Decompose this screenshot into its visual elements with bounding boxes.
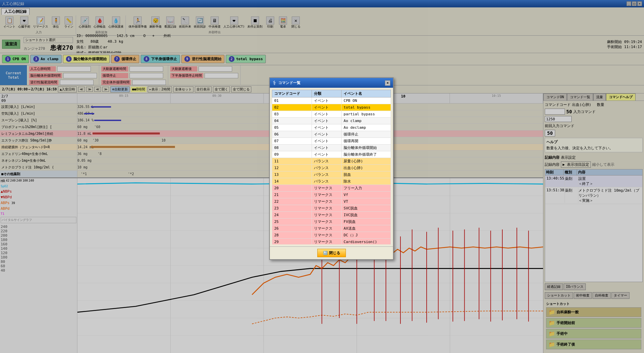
cell-name-4: Ao declamp bbox=[342, 124, 391, 131]
cell-name-0: CPB ON bbox=[342, 97, 391, 104]
dialog-icon: ⚕ bbox=[273, 79, 276, 86]
cell-name-9: 尿量(心肺) bbox=[342, 158, 391, 165]
dialog-row-17[interactable]: 24 リマークス IVC脱血 bbox=[272, 212, 391, 219]
dialog-row-2[interactable]: 03 イベント partial bypass bbox=[272, 111, 391, 118]
dialog-row-7[interactable]: 08 イベント 脳分離体外循環開始 bbox=[272, 145, 391, 151]
cell-code-13: 20 bbox=[272, 185, 312, 192]
dialog-row-0[interactable]: 01 イベント CPB ON bbox=[272, 97, 391, 104]
cell-cat-10: バランス bbox=[312, 165, 342, 171]
cell-name-17: IVC脱血 bbox=[342, 212, 391, 219]
cell-name-18: FV脱血 bbox=[342, 219, 391, 225]
cell-cat-7: イベント bbox=[312, 145, 342, 151]
cell-name-12: 除水 bbox=[342, 178, 391, 185]
cell-code-11: 13 bbox=[272, 171, 312, 178]
cell-name-13: フリー入力 bbox=[342, 185, 391, 192]
cell-name-8: 脳分離体外循環終了 bbox=[342, 151, 391, 158]
cell-code-5: 06 bbox=[272, 131, 312, 138]
cell-code-16: 23 bbox=[272, 205, 312, 212]
command-table: コマンドコード 分類 イベント名 01 イベント CPB ON 02 イベント … bbox=[272, 90, 391, 244]
cell-name-1: total bypass bbox=[342, 104, 391, 111]
cell-cat-2: イベント bbox=[312, 111, 342, 118]
cell-cat-6: イベント bbox=[312, 138, 342, 145]
cell-code-2: 03 bbox=[272, 111, 312, 118]
cell-cat-17: リマークス bbox=[312, 212, 342, 219]
dialog-row-13[interactable]: 20 リマークス フリー入力 bbox=[272, 185, 391, 192]
close-icon-btn: 🔙 bbox=[323, 251, 328, 255]
col-code: コマンドコード bbox=[272, 90, 312, 97]
cell-cat-5: イベント bbox=[312, 131, 342, 138]
cell-code-1: 02 bbox=[272, 104, 312, 111]
cell-code-15: 22 bbox=[272, 198, 312, 205]
cell-name-15: VT bbox=[342, 198, 391, 205]
cell-cat-18: リマークス bbox=[312, 219, 342, 225]
cell-cat-19: リマークス bbox=[312, 225, 342, 232]
dialog-row-16[interactable]: 23 リマークス SVC脱血 bbox=[272, 205, 391, 212]
dialog-row-12[interactable]: 14 バランス 除水 bbox=[272, 178, 391, 185]
cell-cat-0: イベント bbox=[312, 97, 342, 104]
cell-cat-20: リマークス bbox=[312, 232, 342, 239]
cell-cat-8: イベント bbox=[312, 151, 342, 158]
cell-name-7: 脳分離体外循環開始 bbox=[342, 145, 391, 151]
dialog-row-18[interactable]: 25 リマークス FV脱血 bbox=[272, 219, 391, 225]
dialog-row-3[interactable]: 04 イベント Ao clamp bbox=[272, 118, 391, 124]
dialog-row-14[interactable]: 21 リマークス Vf bbox=[272, 192, 391, 198]
dialog-title-bar: ⚕ コマンド一覧 × bbox=[270, 78, 393, 88]
cell-code-7: 08 bbox=[272, 145, 312, 151]
cell-code-3: 04 bbox=[272, 118, 312, 124]
dialog-scroll[interactable]: コマンドコード 分類 イベント名 01 イベント CPB ON 02 イベント … bbox=[272, 90, 391, 244]
dialog-row-15[interactable]: 22 リマークス VT bbox=[272, 198, 391, 205]
col-category: 分類 bbox=[312, 90, 342, 97]
cell-code-8: 09 bbox=[272, 151, 312, 158]
dialog-title: コマンド一覧 bbox=[278, 80, 300, 85]
cell-name-5: 循環停止 bbox=[342, 131, 391, 138]
dialog-overlay: ⚕ コマンド一覧 × コマンドコード 分類 イベント名 01 イベ bbox=[0, 0, 644, 353]
cell-code-19: 26 bbox=[272, 225, 312, 232]
cell-cat-3: イベント bbox=[312, 118, 342, 124]
dialog-row-21[interactable]: 29 リマークス Cardioversion() bbox=[272, 239, 391, 245]
cell-cat-14: リマークス bbox=[312, 192, 342, 198]
dialog-row-10[interactable]: 12 バランス 出血(心肺) bbox=[272, 165, 391, 171]
cell-code-9: 11 bbox=[272, 158, 312, 165]
close-btn-label: 閉じる bbox=[329, 250, 340, 256]
dialog-row-5[interactable]: 06 イベント 循環停止 bbox=[272, 131, 391, 138]
cell-name-2: partial bypass bbox=[342, 111, 391, 118]
cell-cat-4: イベント bbox=[312, 124, 342, 131]
col-name: イベント名 bbox=[342, 90, 391, 97]
dialog-content: コマンドコード 分類 イベント名 01 イベント CPB ON 02 イベント … bbox=[270, 88, 393, 246]
cell-name-19: AX送血 bbox=[342, 225, 391, 232]
cell-cat-21: リマークス bbox=[312, 239, 342, 245]
cell-code-14: 21 bbox=[272, 192, 312, 198]
cell-cat-15: リマークス bbox=[312, 198, 342, 205]
cell-cat-13: リマークス bbox=[312, 185, 342, 192]
dialog-close-btn[interactable]: 🔙 閉じる bbox=[317, 249, 346, 257]
cell-code-20: 28 bbox=[272, 232, 312, 239]
dialog-footer: 🔙 閉じる bbox=[270, 246, 393, 259]
cell-name-3: Ao clamp bbox=[342, 118, 391, 124]
cell-code-12: 14 bbox=[272, 178, 312, 185]
dialog-row-9[interactable]: 11 バランス 尿量(心肺) bbox=[272, 158, 391, 165]
cell-code-21: 29 bbox=[272, 239, 312, 245]
cell-name-6: 循環再開 bbox=[342, 138, 391, 145]
cell-cat-9: バランス bbox=[312, 158, 342, 165]
dialog-row-8[interactable]: 09 イベント 脳分離体外循環終了 bbox=[272, 151, 391, 158]
cell-cat-11: バランス bbox=[312, 171, 342, 178]
cell-name-10: 出血(心肺) bbox=[342, 165, 391, 171]
cell-code-18: 25 bbox=[272, 219, 312, 225]
dialog-row-6[interactable]: 07 イベント 循環再開 bbox=[272, 138, 391, 145]
dialog-row-1[interactable]: 02 イベント total bypass bbox=[272, 104, 391, 111]
command-dialog: ⚕ コマンド一覧 × コマンドコード 分類 イベント名 01 イベ bbox=[269, 77, 394, 260]
dialog-row-4[interactable]: 05 イベント Ao declamp bbox=[272, 124, 391, 131]
cell-code-0: 01 bbox=[272, 97, 312, 104]
dialog-row-11[interactable]: 13 バランス 脱血 bbox=[272, 171, 391, 178]
cell-cat-1: イベント bbox=[312, 104, 342, 111]
cell-code-4: 05 bbox=[272, 124, 312, 131]
cell-name-20: DC（）J bbox=[342, 232, 391, 239]
dialog-row-19[interactable]: 26 リマークス AX送血 bbox=[272, 225, 391, 232]
cell-cat-16: リマークス bbox=[312, 205, 342, 212]
cell-name-11: 脱血 bbox=[342, 171, 391, 178]
cell-name-21: Cardioversion() bbox=[342, 239, 391, 245]
dialog-close-icon[interactable]: × bbox=[385, 80, 390, 86]
cell-code-17: 24 bbox=[272, 212, 312, 219]
dialog-row-20[interactable]: 28 リマークス DC（）J bbox=[272, 232, 391, 239]
cell-cat-12: バランス bbox=[312, 178, 342, 185]
